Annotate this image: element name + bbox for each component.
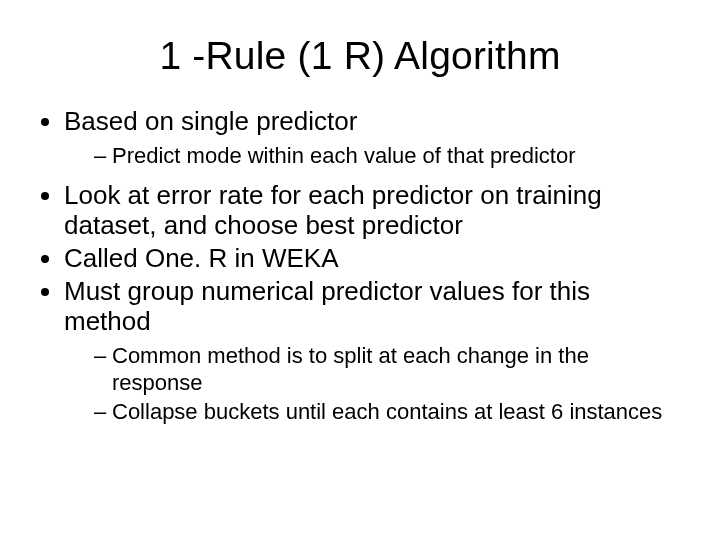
list-item: Called One. R in WEKA (64, 243, 680, 274)
bullet-text: Based on single predictor (64, 106, 357, 136)
bullet-list: Based on single predictor Predict mode w… (40, 106, 680, 425)
list-item: Look at error rate for each predictor on… (64, 180, 680, 241)
bullet-text: Called One. R in WEKA (64, 243, 339, 273)
list-item: Common method is to split at each change… (94, 343, 680, 397)
sub-list: Predict mode within each value of that p… (64, 143, 680, 170)
bullet-text: Look at error rate for each predictor on… (64, 180, 602, 241)
bullet-text: Collapse buckets until each contains at … (112, 399, 662, 424)
list-item: Based on single predictor Predict mode w… (64, 106, 680, 170)
sub-list: Common method is to split at each change… (64, 343, 680, 425)
bullet-text: Must group numerical predictor values fo… (64, 276, 590, 337)
bullet-text: Predict mode within each value of that p… (112, 143, 575, 168)
bullet-text: Common method is to split at each change… (112, 343, 589, 395)
list-item: Must group numerical predictor values fo… (64, 276, 680, 426)
slide-title: 1 -Rule (1 R) Algorithm (40, 34, 680, 78)
list-item: Predict mode within each value of that p… (94, 143, 680, 170)
slide: 1 -Rule (1 R) Algorithm Based on single … (0, 0, 720, 540)
list-item: Collapse buckets until each contains at … (94, 399, 680, 426)
